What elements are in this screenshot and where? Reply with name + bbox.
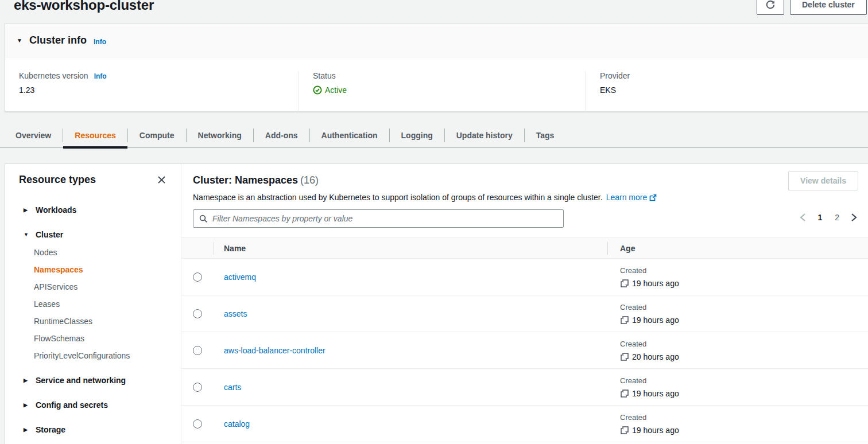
panel-description: Namespace is an abstraction used by Kube… — [193, 193, 859, 202]
sidebar-item-namespaces[interactable]: Namespaces — [19, 264, 167, 275]
sidebar-item-apiservices[interactable]: APIServices — [19, 281, 167, 293]
age-text: 19 hours ago — [632, 316, 679, 325]
copy-icon[interactable] — [621, 279, 629, 287]
sidebar-item-config-and-secrets[interactable]: ▶ Config and secrets — [19, 399, 167, 411]
view-details-button[interactable]: View details — [788, 171, 858, 190]
sidebar-item-nodes[interactable]: Nodes — [19, 247, 167, 258]
namespace-link[interactable]: catalog — [224, 419, 250, 429]
sidebar-title: Resource types — [19, 174, 96, 186]
refresh-button[interactable] — [757, 0, 784, 15]
sidebar-item-service-and-networking[interactable]: ▶ Service and networking — [19, 375, 167, 386]
row-radio-button[interactable] — [193, 419, 202, 429]
namespace-count: (16) — [300, 174, 319, 186]
kubernetes-version-label: Kubernetes version — [19, 71, 88, 80]
provider-label: Provider — [600, 71, 630, 80]
learn-more-link[interactable]: Learn more — [606, 193, 657, 202]
caret-down-icon: ▼ — [17, 37, 24, 44]
table-row: catalog Created 19 hours ago — [181, 406, 868, 442]
cluster-tabs: Overview Resources Compute Networking Ad… — [0, 123, 868, 148]
table-row: carts Created 19 hours ago — [181, 369, 868, 406]
sidebar-group-service-networking: ▶ Service and networking — [19, 375, 167, 386]
row-radio-button[interactable] — [193, 309, 202, 318]
caret-right-icon: ▶ — [24, 204, 30, 216]
tab-logging[interactable]: Logging — [390, 123, 444, 147]
status-field: Status Active — [298, 71, 585, 112]
age-column-header: Age — [607, 244, 868, 253]
created-label: Created — [620, 413, 868, 422]
page-title: eks-workshop-cluster — [14, 0, 154, 13]
cluster-info-body: Kubernetes version Info 1.23 Status Acti… — [5, 57, 868, 112]
tab-update-history[interactable]: Update history — [445, 123, 524, 147]
filter-row: 1 2 — [181, 209, 868, 228]
namespace-link[interactable]: assets — [224, 309, 247, 318]
name-column-header: Name — [214, 244, 607, 253]
resource-types-sidebar: Resource types ▶ Workloads ▼ Cluster — [5, 164, 181, 444]
sidebar-group-storage: ▶ Storage — [19, 424, 167, 435]
next-page-button[interactable] — [850, 212, 858, 223]
kubernetes-version-field: Kubernetes version Info 1.23 — [5, 71, 298, 112]
caret-right-icon: ▶ — [24, 399, 30, 411]
sidebar-item-flowschemas[interactable]: FlowSchemas — [19, 333, 167, 344]
sidebar-item-runtimeclasses[interactable]: RuntimeClasses — [19, 316, 167, 327]
sidebar-item-prioritylevelconfigurations[interactable]: PriorityLevelConfigurations — [19, 350, 167, 361]
refresh-icon — [765, 0, 776, 10]
created-label: Created — [620, 376, 868, 385]
namespace-link[interactable]: activemq — [224, 272, 256, 282]
tab-authentication[interactable]: Authentication — [310, 123, 389, 147]
namespaces-panel: Cluster: Namespaces(16) Namespace is an … — [181, 164, 868, 444]
cluster-info-title: Cluster info — [29, 34, 87, 46]
age-text: 19 hours ago — [632, 279, 679, 288]
provider-value: EKS — [600, 85, 868, 95]
close-icon — [157, 176, 166, 184]
caret-right-icon: ▶ — [24, 424, 30, 435]
search-icon — [199, 215, 208, 223]
chevron-left-icon — [800, 213, 806, 222]
tab-compute[interactable]: Compute — [128, 123, 186, 147]
copy-icon[interactable] — [621, 390, 629, 398]
tab-resources[interactable]: Resources — [63, 123, 127, 147]
external-link-icon — [649, 194, 657, 201]
created-label: Created — [620, 303, 868, 311]
sidebar-group-workloads: ▶ Workloads — [19, 204, 167, 216]
table-row: activemq Created 19 hours ago — [181, 259, 868, 295]
cluster-info-header[interactable]: ▼ Cluster info Info — [5, 24, 868, 57]
table-row: assets Created 19 hours ago — [181, 295, 868, 332]
tab-networking[interactable]: Networking — [187, 123, 253, 147]
delete-cluster-button[interactable]: Delete cluster — [790, 0, 867, 15]
sidebar-item-leases[interactable]: Leases — [19, 298, 167, 310]
previous-page-button[interactable] — [799, 212, 807, 223]
copy-icon[interactable] — [621, 316, 629, 324]
age-text: 20 hours ago — [632, 352, 679, 361]
page-number-1[interactable]: 1 — [815, 212, 824, 223]
check-circle-icon — [313, 85, 322, 95]
copy-icon[interactable] — [621, 353, 629, 361]
caret-right-icon: ▶ — [24, 375, 30, 386]
close-sidebar-button[interactable] — [156, 174, 167, 185]
page-number-2[interactable]: 2 — [832, 212, 842, 223]
panel-title: Cluster: Namespaces(16) — [193, 174, 859, 186]
cluster-info-info-link[interactable]: Info — [94, 38, 106, 46]
sidebar-item-cluster[interactable]: ▼ Cluster — [19, 229, 167, 240]
sidebar-group-config-secrets: ▶ Config and secrets — [19, 399, 167, 411]
sidebar-item-storage[interactable]: ▶ Storage — [19, 424, 167, 435]
caret-down-icon: ▼ — [24, 229, 30, 240]
filter-input[interactable] — [212, 214, 557, 223]
copy-icon[interactable] — [621, 426, 629, 434]
filter-box — [193, 209, 564, 228]
row-radio-button[interactable] — [193, 272, 202, 282]
tab-tags[interactable]: Tags — [525, 123, 566, 147]
namespace-link[interactable]: aws-load-balancer-controller — [224, 346, 326, 355]
pagination: 1 2 — [799, 212, 858, 223]
status-label: Status — [313, 71, 336, 80]
namespaces-table: Name Age activemq Created 19 hours ago a… — [181, 237, 868, 442]
tab-overview[interactable]: Overview — [4, 123, 63, 147]
created-label: Created — [620, 266, 868, 275]
namespace-link[interactable]: carts — [224, 383, 241, 392]
row-radio-button[interactable] — [193, 383, 202, 392]
sidebar-item-workloads[interactable]: ▶ Workloads — [19, 204, 167, 216]
kubernetes-version-info-link[interactable]: Info — [94, 72, 107, 80]
table-header: Name Age — [181, 237, 868, 259]
row-radio-button[interactable] — [193, 346, 202, 355]
tab-add-ons[interactable]: Add-ons — [254, 123, 309, 147]
created-label: Created — [620, 340, 868, 348]
